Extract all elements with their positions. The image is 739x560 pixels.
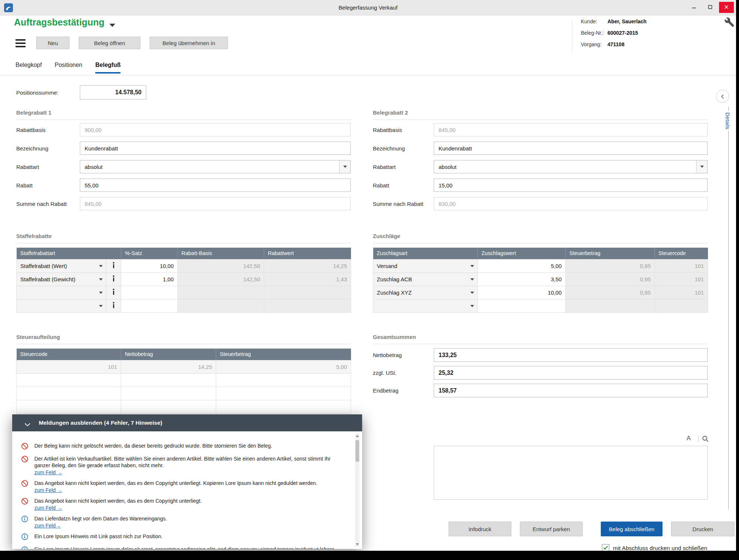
info-icon bbox=[112, 289, 115, 295]
message-link[interactable]: zum Feld → bbox=[34, 469, 62, 475]
row-info-button[interactable] bbox=[106, 286, 121, 299]
table-row bbox=[373, 299, 708, 312]
satz-cell[interactable] bbox=[121, 299, 178, 312]
chevron-down-icon[interactable] bbox=[24, 421, 31, 428]
nettobetrag-cell bbox=[121, 400, 216, 413]
rabattart-label-2: Rabattart bbox=[373, 164, 396, 170]
messages-header-text: Meldungen ausblenden (4 Fehler, 7 Hinwei… bbox=[39, 420, 162, 426]
basis-cell bbox=[178, 299, 264, 312]
steuerbetrag-cell bbox=[216, 387, 351, 400]
minimize-button[interactable] bbox=[687, 2, 701, 13]
row-info-button[interactable] bbox=[106, 299, 121, 312]
menu-button[interactable] bbox=[16, 37, 29, 50]
doc-type-selector[interactable]: Auftragsbestätigung bbox=[14, 17, 104, 28]
details-tab[interactable]: Details bbox=[725, 111, 731, 131]
maximize-icon bbox=[708, 4, 712, 11]
table-row: 101 14,25 5,00 bbox=[17, 360, 351, 373]
chevron-down-icon[interactable] bbox=[470, 278, 474, 281]
collapse-details-button[interactable] bbox=[716, 90, 729, 103]
chevron-down-icon[interactable] bbox=[470, 305, 474, 307]
message-link[interactable]: zum Feld → bbox=[34, 505, 62, 511]
memo-textarea[interactable] bbox=[434, 446, 708, 500]
steuercode-cell bbox=[17, 400, 121, 413]
row-info-button[interactable] bbox=[106, 272, 121, 286]
zuschlagsart-combobox[interactable]: Versand bbox=[373, 259, 478, 272]
settings-button[interactable] bbox=[724, 17, 735, 27]
search-tool-button[interactable] bbox=[702, 435, 709, 444]
new-button[interactable]: Neu bbox=[36, 37, 69, 49]
close-button[interactable] bbox=[719, 2, 734, 13]
zuschlagswert-cell[interactable]: 10,00 bbox=[478, 286, 566, 299]
chevron-down-icon[interactable] bbox=[99, 265, 103, 267]
zuschlagswert-cell[interactable]: 5,00 bbox=[478, 259, 566, 272]
ust-input[interactable] bbox=[434, 366, 708, 380]
scrollbar-thumb[interactable] bbox=[355, 440, 359, 462]
rabattart-dropdown-button-1[interactable] bbox=[339, 160, 350, 173]
maximize-button[interactable] bbox=[703, 2, 718, 13]
zuschlagswert-cell[interactable] bbox=[478, 299, 566, 312]
zuschlagsart-combobox[interactable] bbox=[373, 299, 478, 312]
scroll-up-arrow-icon[interactable] bbox=[356, 435, 359, 437]
print-close-checkbox[interactable] bbox=[602, 544, 609, 551]
document-number-value: 600027-2015 bbox=[607, 30, 638, 36]
zuschlagsart-combobox[interactable]: Zuschlag ACB bbox=[373, 272, 478, 286]
tab-positionen[interactable]: Positionen bbox=[55, 62, 82, 72]
nettobetrag-cell bbox=[121, 373, 216, 387]
messages-header[interactable]: Meldungen ausblenden (4 Fehler, 7 Hinwei… bbox=[12, 414, 362, 431]
rabatt-input-2[interactable] bbox=[434, 179, 708, 192]
open-document-button[interactable]: Beleg öffnen bbox=[79, 37, 140, 49]
message-link[interactable]: zum Feld→ bbox=[34, 523, 61, 529]
message-item: Das Angebot kann nicht kopiert werden, d… bbox=[21, 498, 339, 511]
message-item: Das Lieferdatzn liegt vor dem Datum des … bbox=[21, 515, 339, 529]
chevron-down-icon[interactable] bbox=[99, 292, 103, 294]
wrench-icon bbox=[724, 17, 735, 27]
beleg-abschliessen-button[interactable]: Beleg abschließen bbox=[601, 522, 663, 536]
tab-belegfuss[interactable]: Belegfuß bbox=[95, 62, 120, 74]
steuercode-cell: 101 bbox=[655, 259, 708, 272]
satz-cell[interactable]: 10,00 bbox=[121, 259, 178, 272]
font-tool-icon[interactable]: A bbox=[687, 435, 691, 442]
table-row bbox=[17, 400, 351, 413]
bezeichnung-input-1[interactable] bbox=[80, 142, 351, 155]
close-icon bbox=[724, 4, 729, 11]
chevron-down-icon[interactable] bbox=[470, 292, 474, 294]
basis-cell: 142,50 bbox=[178, 272, 264, 286]
scroll-down-arrow-icon[interactable] bbox=[356, 543, 359, 545]
zuschlagswert-cell[interactable]: 3,50 bbox=[478, 272, 566, 286]
rabattart-select-2[interactable] bbox=[434, 160, 708, 173]
positionssumme-input[interactable] bbox=[80, 85, 146, 99]
endbetrag-input[interactable] bbox=[434, 384, 708, 397]
chevron-down-icon[interactable] bbox=[109, 24, 115, 27]
section-title-belegrabatt-2: Belegrabatt 2 bbox=[373, 109, 408, 116]
info-icon bbox=[112, 275, 115, 282]
rabatt-input-1[interactable] bbox=[80, 179, 351, 192]
zuschlagsart-combobox[interactable]: Zuschlag XYZ bbox=[373, 286, 478, 299]
staffelrabattart-combobox[interactable]: Staffelrabatt (Wert) bbox=[17, 259, 106, 272]
checkbox-label: mit Abschluss drucken und schließen bbox=[613, 545, 707, 551]
steueraufteilung-table: Steuercode Nettobetrag Steuerbetrag 101 … bbox=[16, 349, 351, 414]
memo-tools-divider bbox=[698, 435, 698, 442]
satz-cell[interactable]: 1,00 bbox=[121, 272, 178, 286]
staffelrabattart-combobox[interactable] bbox=[17, 286, 106, 299]
rabattart-dropdown-button-2[interactable] bbox=[696, 160, 707, 173]
staffelrabattart-combobox[interactable]: Staffelrabatt (Gewicht) bbox=[17, 272, 106, 286]
message-text: Das Angebot kann nicht kopiert werden, d… bbox=[34, 498, 202, 504]
message-link[interactable]: zum Feld → bbox=[34, 487, 62, 493]
tab-belegkopf[interactable]: Belegkopf bbox=[16, 62, 42, 72]
infodruck-button[interactable]: Infodruck bbox=[449, 522, 511, 536]
entwurf-parken-button[interactable]: Entwurf parken bbox=[520, 522, 583, 536]
table-row bbox=[17, 299, 351, 312]
bezeichnung-input-2[interactable] bbox=[434, 142, 708, 155]
drucken-button[interactable]: Drucken bbox=[671, 522, 735, 536]
summe-nach-rabatt-label-1: Summe nach Rabatt bbox=[16, 201, 67, 207]
chevron-down-icon[interactable] bbox=[470, 265, 474, 267]
chevron-down-icon[interactable] bbox=[99, 278, 103, 281]
row-info-button[interactable] bbox=[106, 259, 121, 272]
satz-cell[interactable] bbox=[121, 286, 178, 299]
staffelrabattart-combobox[interactable] bbox=[17, 299, 106, 312]
chevron-down-icon[interactable] bbox=[99, 305, 103, 307]
nettobetrag-input[interactable] bbox=[434, 348, 708, 362]
scrollbar[interactable] bbox=[355, 434, 360, 547]
transfer-document-button[interactable]: Beleg übernehmen in bbox=[150, 37, 228, 49]
rabattart-select-1[interactable] bbox=[80, 160, 351, 173]
